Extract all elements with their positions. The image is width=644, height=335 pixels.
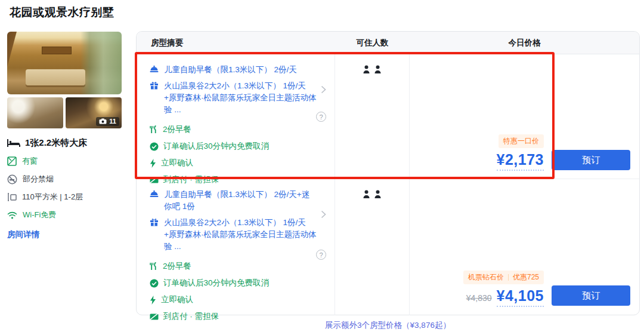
check-circle-icon [150, 279, 159, 288]
meal-cloche-icon [150, 64, 159, 76]
bed-icon [7, 139, 20, 147]
flash-icon [150, 159, 156, 168]
promo-badge-text: 特惠一口价 [503, 136, 539, 146]
pay-card-icon [150, 313, 159, 321]
person-icon [374, 65, 382, 179]
perk-text: 儿童自助早餐（限1.3米以下） 2份/天+迷你吧 1份 [164, 189, 317, 213]
photo-wall-frame [42, 47, 72, 54]
occupancy-cell [335, 54, 410, 179]
photo-sofa [26, 69, 85, 85]
wifi-icon [7, 211, 17, 219]
header-price: 今日价格 [410, 38, 639, 48]
amenity-text: 2份早餐 [163, 124, 191, 135]
rate-table: 房型摘要 可住人数 今日价格 儿童自助早餐（限1.3米以下） 2份/天 [136, 31, 640, 315]
perk-text: 火山温泉谷2大2小（1.3米以下） 1份/天+原野森林·松鼠部落乐玩家全日主题活… [164, 80, 317, 116]
price-block: 特惠一口价 ¥2,173 [497, 134, 544, 171]
show-more-rooms-link[interactable]: 展示额外3个房型价格（¥3,876起） [136, 320, 640, 331]
perk-package: 火山温泉谷2大2小（1.3米以下） 1份/天+原野森林·松鼠部落乐玩家全日主题活… [150, 217, 317, 253]
meal-fork-icon [150, 125, 158, 134]
room-sidebar: 11 1张2.2米特大床 有窗 部分禁烟 110平方 [7, 32, 123, 240]
area-icon [7, 192, 17, 202]
feature-window: 有窗 [7, 156, 123, 167]
promo-badge-right: 优惠725 [513, 272, 539, 282]
amenity-list: 2份早餐 订单确认后30分钟内免费取消 立即确认 [150, 261, 326, 322]
book-button[interactable]: 预订 [552, 285, 630, 306]
current-price[interactable]: ¥2,173 [497, 151, 544, 171]
flash-icon [150, 296, 156, 305]
room-photo-main[interactable] [7, 32, 122, 94]
feature-wifi: Wi-Fi免费 [7, 210, 123, 220]
perk-list[interactable]: 儿童自助早餐（限1.3米以下） 2份/天+迷你吧 1份 火山温泉谷2大2小（1.… [150, 189, 326, 253]
feature-label: 110平方米 | 1-2层 [22, 192, 83, 202]
room-summary-cell: 儿童自助早餐（限1.3米以下） 2份/天 火山温泉谷2大2小（1.3米以下） 1… [137, 54, 335, 179]
gift-icon [150, 217, 159, 253]
feature-label: Wi-Fi免费 [23, 210, 56, 220]
meal-fork-icon [150, 262, 158, 271]
amenity-text: 立即确认 [161, 294, 193, 305]
help-icon[interactable]: ? [316, 250, 326, 260]
header-occupancy: 可住人数 [335, 38, 410, 48]
perk-package: 火山温泉谷2大2小（1.3米以下） 1份/天+原野森林·松鼠部落乐玩家全日主题活… [150, 80, 317, 116]
amenity-text: 立即确认 [161, 158, 193, 168]
room-photo-thumb-1[interactable] [7, 97, 63, 128]
window-icon [7, 156, 17, 166]
price-cell: 特惠一口价 ¥2,173 预订 [410, 54, 639, 179]
amenity-cancel: 订单确认后30分钟内免费取消 [150, 141, 326, 152]
occupancy-cell [335, 179, 410, 315]
camera-icon [99, 118, 107, 124]
feature-label: 有窗 [22, 156, 38, 167]
perk-breakfast: 儿童自助早餐（限1.3米以下） 2份/天+迷你吧 1份 [150, 189, 317, 213]
promo-badge: 机票钻石价 优惠725 [463, 271, 544, 284]
photo-count-badge[interactable]: 11 [96, 117, 119, 126]
meal-cloche-icon [150, 189, 159, 213]
room-type-section: 花园或观景水疗别墅 11 1张2.2米特大床 [0, 0, 644, 335]
room-details-link[interactable]: 房间详情 [7, 229, 123, 240]
promo-badge-left: 机票钻石价 [468, 272, 504, 282]
amenity-text: 订单确认后30分钟内免费取消 [163, 141, 269, 152]
amenity-text: 2份早餐 [163, 261, 191, 272]
table-header: 房型摘要 可住人数 今日价格 [137, 32, 639, 54]
room-summary-cell: 儿童自助早餐（限1.3米以下） 2份/天+迷你吧 1份 火山温泉谷2大2小（1.… [137, 179, 335, 315]
badge-divider [508, 274, 509, 281]
amenity-text: 订单确认后30分钟内免费取消 [163, 278, 269, 288]
amenity-breakfast: 2份早餐 [150, 261, 326, 272]
check-circle-icon [150, 142, 159, 151]
gift-icon [150, 80, 159, 116]
amenity-instant: 立即确认 [150, 158, 326, 168]
person-icon [363, 190, 370, 315]
perk-breakfast: 儿童自助早餐（限1.3米以下） 2份/天 [150, 64, 317, 76]
photo-count: 11 [109, 118, 116, 125]
feature-smoking: 部分禁烟 [7, 174, 123, 185]
perk-text: 儿童自助早餐（限1.3米以下） 2份/天 [164, 64, 317, 76]
person-icon [363, 65, 370, 179]
price-block: 机票钻石价 优惠725 ¥4,830 ¥4,105 [463, 271, 544, 307]
book-button[interactable]: 预订 [552, 150, 630, 170]
amenity-cancel: 订单确认后30分钟内免费取消 [150, 278, 326, 288]
rate-row-2: 儿童自助早餐（限1.3米以下） 2份/天+迷你吧 1份 火山温泉谷2大2小（1.… [137, 179, 639, 315]
perk-list[interactable]: 儿童自助早餐（限1.3米以下） 2份/天 火山温泉谷2大2小（1.3米以下） 1… [150, 64, 326, 116]
amenity-list: 2份早餐 订单确认后30分钟内免费取消 立即确认 [150, 124, 326, 185]
rate-row-1: 儿童自助早餐（限1.3米以下） 2份/天 火山温泉谷2大2小（1.3米以下） 1… [137, 54, 639, 179]
feature-area-floor: 110平方米 | 1-2层 [7, 192, 123, 202]
amenity-breakfast: 2份早餐 [150, 124, 326, 135]
chevron-right-icon[interactable] [321, 210, 326, 219]
price-line: ¥4,830 ¥4,105 [466, 287, 544, 307]
original-price: ¥4,830 [466, 293, 492, 303]
amenity-instant: 立即确认 [150, 294, 326, 305]
person-icon [374, 190, 382, 315]
no-smoking-icon [7, 174, 17, 185]
price-cell: 机票钻石价 优惠725 ¥4,830 ¥4,105 预订 [410, 179, 639, 315]
perk-text: 火山温泉谷2大2小（1.3米以下） 1份/天+原野森林·松鼠部落乐玩家全日主题活… [164, 217, 317, 253]
page-title: 花园或观景水疗别墅 [10, 5, 114, 20]
bed-info: 1张2.2米特大床 [7, 137, 123, 149]
promo-badge: 特惠一口价 [499, 134, 544, 148]
room-photo-thumbs: 11 [7, 97, 123, 128]
chevron-right-icon[interactable] [321, 85, 326, 94]
current-price[interactable]: ¥4,105 [497, 287, 544, 307]
feature-label: 部分禁烟 [23, 174, 54, 185]
room-photo-thumb-2[interactable]: 11 [66, 97, 122, 128]
header-room-summary: 房型摘要 [137, 38, 335, 48]
help-icon[interactable]: ? [316, 112, 326, 122]
bed-type-label: 1张2.2米特大床 [25, 137, 87, 149]
